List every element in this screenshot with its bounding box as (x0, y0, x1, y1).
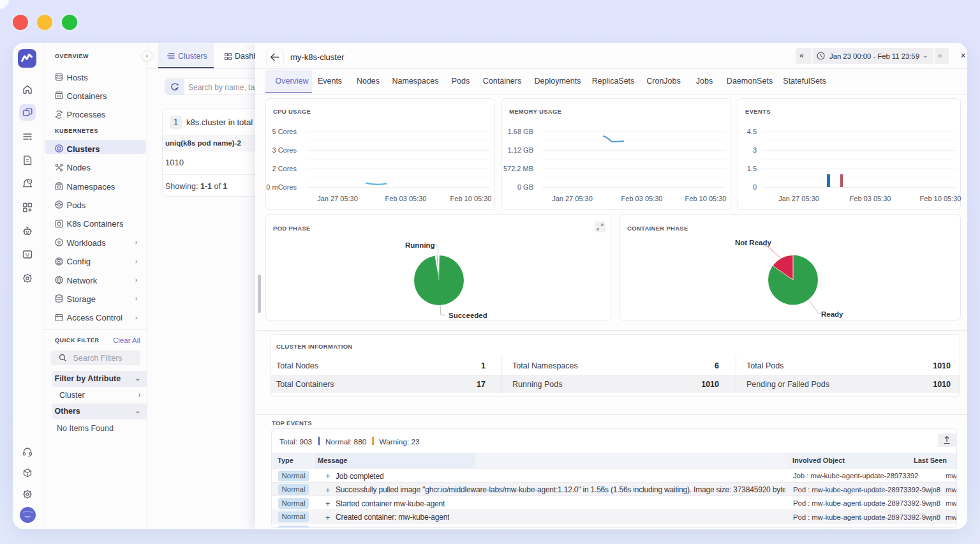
svg-text:Ready: Ready (821, 310, 843, 318)
svg-text:Running: Running (405, 241, 435, 249)
svg-text:Not Ready: Not Ready (735, 239, 771, 246)
svg-text:Succeeded: Succeeded (449, 312, 487, 319)
